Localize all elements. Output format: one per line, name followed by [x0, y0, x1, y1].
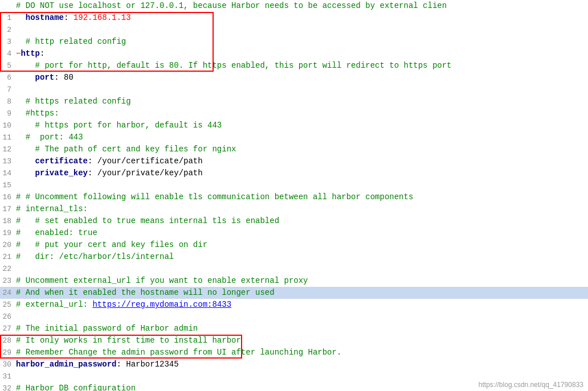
- code-line: 22: [0, 263, 588, 275]
- line-number: 21: [0, 251, 16, 263]
- key-http: http: [21, 49, 40, 58]
- code-line: 4 −http:: [0, 48, 588, 60]
- line-number: 18: [0, 215, 16, 227]
- value-hostname: 192.168.1.13: [74, 13, 131, 22]
- line-number: 27: [0, 323, 16, 335]
- line-content: certificate: /your/certificate/path: [16, 155, 586, 167]
- line-content: # dir: /etc/harbor/tls/internal: [16, 251, 586, 263]
- line-number: 32: [0, 382, 16, 391]
- line-content: # internal_tls:: [16, 203, 586, 215]
- line-content: # https related config: [16, 96, 586, 108]
- code-line: 25 # external_url: https://reg.mydomain.…: [0, 299, 588, 311]
- code-line: 27 # The initial password of Harbor admi…: [0, 323, 588, 335]
- code-line: 14 private_key: /your/private/key/path: [0, 167, 588, 179]
- code-line: 1 hostname: 192.168.1.13: [0, 12, 588, 24]
- line-number: 12: [0, 143, 16, 155]
- code-line: 16 # # Uncomment following will enable t…: [0, 191, 588, 203]
- code-line-selected: 24 # And when it enabled the hostname wi…: [0, 287, 588, 299]
- line-content: port: 80: [16, 72, 586, 84]
- line-content: [16, 84, 586, 96]
- line-content: #https:: [16, 108, 586, 120]
- line-number: 23: [0, 275, 16, 287]
- line-number: 4: [0, 48, 16, 60]
- code-line: 28 # It only works in first time to inst…: [0, 335, 588, 347]
- code-container: # DO NOT use localhost or 127.0.0.1, bec…: [0, 0, 588, 391]
- line-number: 9: [0, 108, 16, 120]
- line-content: # The path of cert and key files for ngi…: [16, 143, 586, 155]
- code-line: 3 # http related config: [0, 36, 588, 48]
- line-number: 5: [0, 60, 16, 72]
- line-content: harbor_admin_password: Harbor12345: [16, 359, 586, 371]
- value-admin-password: Harbor12345: [126, 360, 178, 369]
- key-port: port: [35, 73, 55, 82]
- line-content: # Uncomment external_url if you want to …: [16, 275, 586, 287]
- line-number: 29: [0, 347, 16, 359]
- line-content: [16, 24, 586, 36]
- line-content: [16, 263, 586, 275]
- line-number: 7: [0, 84, 16, 96]
- line-number: 2: [0, 24, 16, 36]
- line-content: # DO NOT use localhost or 127.0.0.1, bec…: [16, 0, 586, 12]
- line-content: # Remember Change the admin password fro…: [16, 347, 586, 359]
- code-line: 7: [0, 84, 588, 96]
- line-number: 14: [0, 167, 16, 179]
- key-admin-password: harbor_admin_password: [16, 360, 116, 369]
- line-content: # # set enabled to true means internal t…: [16, 215, 586, 227]
- line-content: # https port for harbor, default is 443: [16, 120, 586, 131]
- line-number: 24: [0, 287, 16, 299]
- code-line: # DO NOT use localhost or 127.0.0.1, bec…: [0, 0, 588, 12]
- line-content: # # Uncomment following will enable tls …: [16, 191, 586, 203]
- line-number: 11: [0, 131, 16, 143]
- line-content: [16, 179, 586, 191]
- line-number: 26: [0, 311, 16, 323]
- line-number: 28: [0, 335, 16, 347]
- line-number: 13: [0, 155, 16, 167]
- code-line: 20 # # put your cert and key files on di…: [0, 239, 588, 251]
- line-number: 6: [0, 72, 16, 84]
- key-private-key: private_key: [35, 168, 88, 178]
- code-line: 6 port: 80: [0, 72, 588, 84]
- watermark: https://blog.csdn.net/qq_41790833: [479, 381, 583, 389]
- line-number: 10: [0, 120, 16, 131]
- code-line: 13 certificate: /your/certificate/path: [0, 155, 588, 167]
- line-content: [16, 311, 586, 323]
- line-number: 22: [0, 263, 16, 275]
- code-line: 2: [0, 24, 588, 36]
- line-content: private_key: /your/private/key/path: [16, 167, 586, 179]
- key-hostname: hostname: [26, 13, 64, 22]
- line-number: 17: [0, 203, 16, 215]
- line-content: # # put your cert and key files on dir: [16, 239, 586, 251]
- code-line: 8 # https related config: [0, 96, 588, 108]
- code-line: 5 # port for http, default is 80. If htt…: [0, 60, 588, 72]
- line-content: # external_url: https://reg.mydomain.com…: [16, 299, 586, 311]
- line-number: 3: [0, 36, 16, 48]
- link-external-url[interactable]: https://reg.mydomain.com:8433: [92, 300, 231, 309]
- key-certificate: certificate: [35, 157, 88, 166]
- line-number: 8: [0, 96, 16, 108]
- line-content: # port for http, default is 80. If https…: [16, 60, 586, 72]
- code-line: 11 # port: 443: [0, 131, 588, 143]
- code-line: 30 harbor_admin_password: Harbor12345: [0, 359, 588, 371]
- value-port: 80: [64, 73, 74, 82]
- line-content: # It only works in first time to install…: [16, 335, 586, 347]
- line-number: 25: [0, 299, 16, 311]
- line-content: # The initial password of Harbor admin: [16, 323, 586, 335]
- line-content: hostname: 192.168.1.13: [16, 12, 586, 24]
- code-line: 23 # Uncomment external_url if you want …: [0, 275, 588, 287]
- line-number: 20: [0, 239, 16, 251]
- line-number: 31: [0, 371, 16, 382]
- code-line: 29 # Remember Change the admin password …: [0, 347, 588, 359]
- line-content: −http:: [16, 48, 586, 60]
- line-number: 16: [0, 191, 16, 203]
- line-number: 30: [0, 359, 16, 371]
- code-line: 15: [0, 179, 588, 191]
- code-line: 18 # # set enabled to true means interna…: [0, 215, 588, 227]
- code-line: 19 # enabled: true: [0, 227, 588, 239]
- code-line: 10 # https port for harbor, default is 4…: [0, 120, 588, 131]
- line-number: 15: [0, 179, 16, 191]
- code-line: 17 # internal_tls:: [0, 203, 588, 215]
- code-line: 9 #https:: [0, 108, 588, 120]
- code-line: 21 # dir: /etc/harbor/tls/internal: [0, 251, 588, 263]
- line-content: # http related config: [16, 36, 586, 48]
- code-line: 26: [0, 311, 588, 323]
